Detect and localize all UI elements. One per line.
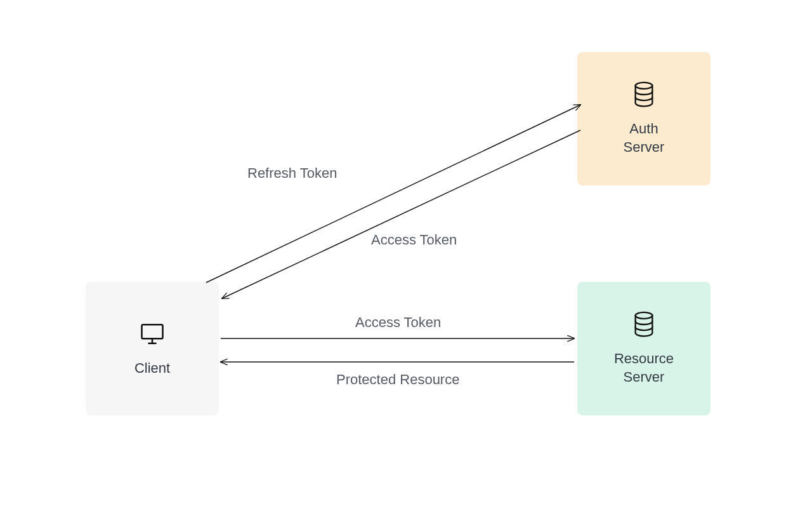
label-protected-resource: Protected Resource (336, 371, 459, 388)
diagram-canvas: Client Auth Server Resource Server (0, 0, 812, 508)
resource-server-label: Resource Server (614, 350, 674, 386)
label-refresh-token: Refresh Token (247, 165, 337, 182)
database-icon (631, 81, 657, 111)
auth-server-label: Auth Server (624, 120, 665, 156)
label-access-token-send: Access Token (355, 314, 441, 331)
arrow-refresh-token (206, 105, 580, 283)
auth-server-node: Auth Server (577, 52, 710, 185)
database-icon (631, 311, 657, 341)
arrow-access-token-return (222, 130, 580, 298)
client-label: Client (134, 359, 170, 378)
svg-rect-0 (142, 324, 163, 338)
monitor-icon (138, 320, 166, 351)
client-node: Client (86, 282, 219, 415)
svg-point-3 (636, 83, 653, 89)
resource-server-node: Resource Server (577, 282, 710, 415)
svg-point-4 (636, 312, 653, 319)
label-access-token-return: Access Token (371, 232, 457, 248)
